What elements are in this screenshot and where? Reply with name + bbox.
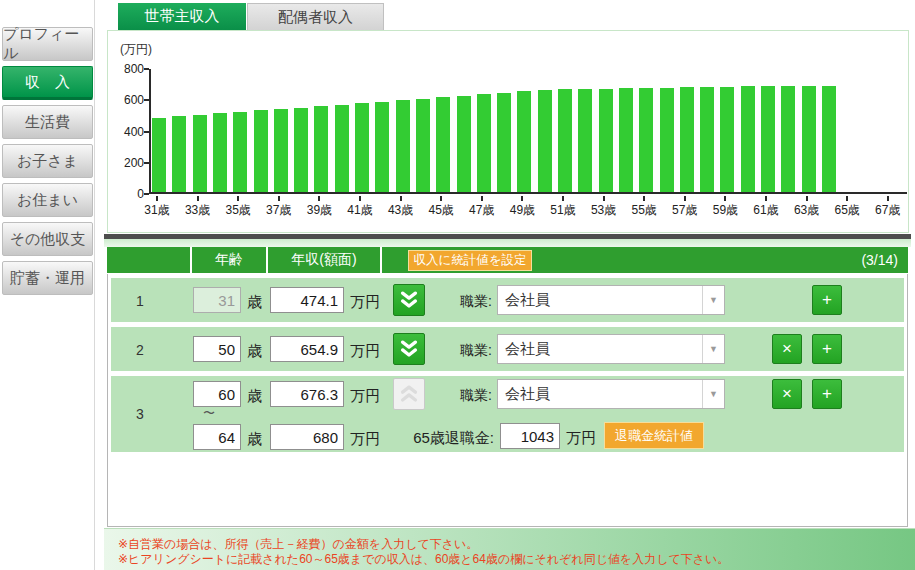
chevron-down-icon: ▼ <box>702 335 724 363</box>
chart-bar <box>436 97 450 192</box>
chart-bar <box>152 118 166 192</box>
age-input[interactable] <box>193 336 241 362</box>
header-cell-age: 年齢 <box>192 247 266 273</box>
x-axis-tick-label: 41歳 <box>339 202 381 219</box>
occupation-label: 職業: <box>440 387 492 405</box>
chart-plot <box>149 69 907 194</box>
chart-bar <box>355 103 369 192</box>
age-unit-label: 歳 <box>247 430 262 449</box>
occupation-label: 職業: <box>440 342 492 360</box>
x-axis-tick-label: 31歳 <box>136 202 178 219</box>
sidebar-item-children[interactable]: お子さま <box>2 144 93 178</box>
y-axis-tick-label: 400 <box>112 125 144 139</box>
sidebar-item-other-balance[interactable]: その他収支 <box>2 222 93 256</box>
chart-bar <box>375 102 389 192</box>
remove-row-button[interactable]: × <box>772 334 802 364</box>
chart-bar <box>781 86 795 192</box>
chart-bar <box>416 99 430 192</box>
chart-bar <box>680 87 694 192</box>
x-axis-tick-mark <box>237 196 239 201</box>
chart-bar <box>477 94 491 192</box>
age-to-input[interactable] <box>193 424 241 450</box>
sidebar-item-living-cost[interactable]: 生活費 <box>2 105 93 139</box>
occupation-select[interactable]: 会社員 ▼ <box>497 285 725 315</box>
header-cell-blank <box>107 247 190 273</box>
header-cell-actions: 収入に統計値を設定 (3/14) <box>382 247 908 273</box>
chevron-double-up-icon <box>398 383 420 405</box>
app-window: プロフィール 収 入 生活費 お子さま お住まい その他収支 貯蓄・運用 世帯主… <box>0 0 915 570</box>
y-axis-tick-mark <box>144 99 149 101</box>
age-unit-label: 歳 <box>247 293 262 312</box>
y-axis-tick-mark <box>144 131 149 133</box>
row-number: 2 <box>129 342 151 358</box>
chart-bar <box>457 96 471 192</box>
x-axis-tick-label: 37歳 <box>258 202 300 219</box>
retirement-input[interactable] <box>500 423 560 449</box>
sidebar-item-profile[interactable]: プロフィール <box>2 27 93 61</box>
age-from-input[interactable] <box>193 381 241 407</box>
set-statistics-income-button[interactable]: 収入に統計値を設定 <box>408 250 532 271</box>
chart-bar <box>233 112 247 192</box>
add-row-button[interactable]: + <box>812 285 842 315</box>
chart-bar <box>639 88 653 192</box>
chevron-double-down-icon <box>398 338 420 360</box>
y-axis-tick-label: 200 <box>112 156 144 170</box>
x-axis-tick-mark <box>684 196 686 201</box>
sidebar-item-housing[interactable]: お住まい <box>2 183 93 217</box>
x-axis-tick-mark <box>440 196 442 201</box>
x-axis-tick-label: 49歳 <box>501 202 543 219</box>
x-axis-tick-mark <box>603 196 605 201</box>
chart-bar <box>558 89 572 192</box>
y-axis-tick-mark <box>144 68 149 70</box>
occupation-label: 職業: <box>440 293 492 311</box>
row-number: 3 <box>129 406 151 422</box>
chart-bar <box>193 115 207 192</box>
header-cell-income: 年収(額面) <box>268 247 380 273</box>
x-axis-tick-mark <box>278 196 280 201</box>
chevron-down-icon: ▼ <box>702 380 724 408</box>
add-row-button[interactable]: + <box>812 334 842 364</box>
income-input[interactable] <box>270 287 344 313</box>
x-axis-tick-label: 59歳 <box>704 202 746 219</box>
chart-bar <box>660 88 674 192</box>
chart-bar <box>822 86 836 192</box>
tab-householder-income[interactable]: 世帯主収入 <box>118 3 246 30</box>
x-axis-tick-label: 53歳 <box>583 202 625 219</box>
chart-bar <box>335 105 349 192</box>
sidebar-item-savings[interactable]: 貯蓄・運用 <box>2 261 93 295</box>
expand-row-button[interactable] <box>393 333 425 365</box>
tab-spouse-income[interactable]: 配偶者収入 <box>247 3 384 30</box>
sidebar: プロフィール 収 入 生活費 お子さま お住まい その他収支 貯蓄・運用 <box>0 0 95 570</box>
chart-bar <box>761 86 775 192</box>
add-row-button[interactable]: + <box>812 379 842 409</box>
chart-bar <box>802 86 816 192</box>
chart-bar <box>213 113 227 192</box>
x-axis-tick-mark <box>765 196 767 201</box>
x-axis-tick-mark <box>846 196 848 201</box>
income-from-input[interactable] <box>270 381 344 407</box>
occupation-select[interactable]: 会社員 ▼ <box>497 334 725 364</box>
income-input[interactable] <box>270 336 344 362</box>
y-axis-tick-mark <box>144 193 149 195</box>
y-axis-tick-mark <box>144 162 149 164</box>
income-to-input[interactable] <box>270 424 344 450</box>
expand-row-button[interactable] <box>393 284 425 316</box>
retirement-unit-label: 万円 <box>566 429 596 448</box>
range-tilde: 〜 <box>203 405 215 422</box>
remove-row-button[interactable]: × <box>772 379 802 409</box>
footnote-line: ※ヒアリングシートに記載された60～65歳までの収入は、60歳と64歳の欄にそれ… <box>118 551 729 568</box>
income-unit-label: 万円 <box>350 430 380 449</box>
chart-bar <box>314 106 328 192</box>
y-axis-tick-label: 0 <box>112 187 144 201</box>
sidebar-item-income[interactable]: 収 入 <box>2 66 93 100</box>
age-unit-label: 歳 <box>247 387 262 406</box>
x-axis-tick-label: 39歳 <box>298 202 340 219</box>
x-axis-tick-label: 55歳 <box>623 202 665 219</box>
occupation-select[interactable]: 会社員 ▼ <box>497 379 725 409</box>
income-unit-label: 万円 <box>350 293 380 312</box>
age-unit-label: 歳 <box>247 342 262 361</box>
retirement-statistics-button[interactable]: 退職金統計値 <box>604 422 704 449</box>
x-axis-tick-label: 61歳 <box>745 202 787 219</box>
x-axis-tick-mark <box>643 196 645 201</box>
retirement-label: 65歳退職金: <box>398 429 494 448</box>
